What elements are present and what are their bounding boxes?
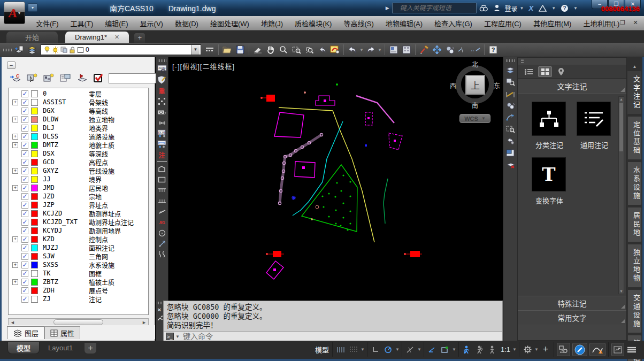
menu-item-0[interactable]: 文件(F) xyxy=(30,16,65,30)
layer-checkbox[interactable]: ✓ xyxy=(21,210,28,217)
open-file-icon[interactable] xyxy=(221,44,234,56)
copy-object-button[interactable] xyxy=(505,101,516,111)
snap-dropdown-icon[interactable]: ▼ xyxy=(451,347,457,352)
layer-color-swatch[interactable] xyxy=(31,125,38,132)
repeat-symbol-button[interactable]: 重 xyxy=(157,86,167,96)
move-icon[interactable] xyxy=(431,44,443,56)
snap-marker-button[interactable] xyxy=(439,343,451,356)
compass-south[interactable]: 南 xyxy=(472,101,478,110)
layer-checkbox[interactable]: ✓ xyxy=(21,270,28,277)
properties-palette-icon[interactable] xyxy=(387,44,400,56)
section-0[interactable]: 特殊注记 xyxy=(518,296,626,310)
layer-color-swatch[interactable] xyxy=(31,99,38,106)
layer-row-JZP[interactable]: +✓JZP界址点 xyxy=(9,201,148,209)
menu-item-12[interactable]: 其他应用(M) xyxy=(527,16,578,30)
erase-icon[interactable] xyxy=(251,44,264,56)
layer-select-button[interactable] xyxy=(26,72,39,84)
layer-checkbox[interactable]: ✓ xyxy=(21,219,28,226)
view-previous-button[interactable] xyxy=(505,136,516,146)
layer-row-SJW[interactable]: +✓SJW三角网 xyxy=(9,252,148,260)
a360-dropdown-icon[interactable]: ▼ xyxy=(551,6,556,11)
layer-color-swatch[interactable] xyxy=(31,90,38,97)
grid-view-button[interactable] xyxy=(538,66,552,77)
zoom-previous-icon[interactable] xyxy=(303,44,316,56)
command-dropdown-icon[interactable]: ▼ xyxy=(175,334,180,339)
customization-menu-button[interactable] xyxy=(625,343,638,356)
osnap-dropdown-icon[interactable]: ▼ xyxy=(417,347,422,352)
tile-icon[interactable] xyxy=(577,102,611,136)
tool-palettes-icon[interactable] xyxy=(400,44,413,56)
ortho-mode-button[interactable] xyxy=(369,343,382,356)
search-input[interactable] xyxy=(392,3,477,13)
layer-checkbox[interactable]: ✓ xyxy=(21,90,28,97)
palette-grip[interactable] xyxy=(521,59,524,64)
tab-layers[interactable]: 图层 xyxy=(7,326,44,339)
hscroll-thumb[interactable] xyxy=(53,319,103,325)
layer-check-button[interactable] xyxy=(92,72,105,84)
layer-checkbox[interactable]: ✓ xyxy=(21,262,28,268)
curve-reverse-button[interactable] xyxy=(505,112,516,122)
menu-item-6[interactable]: 地籍(J) xyxy=(255,16,289,30)
palette-tab-0[interactable]: 文字注记 xyxy=(627,71,642,114)
rectangle-tool-button[interactable] xyxy=(157,174,167,185)
layer-row-DMTZ[interactable]: +✓DMTZ地貌土质 xyxy=(9,141,148,149)
layer-row-0[interactable]: +✓0零层 xyxy=(9,89,148,98)
layer-color-swatch[interactable] xyxy=(31,193,38,200)
menu-item-11[interactable]: 工程应用(C) xyxy=(478,16,527,30)
snap-mode-button[interactable] xyxy=(334,343,347,356)
layer-color-swatch[interactable] xyxy=(31,210,38,217)
vscroll-thumb[interactable] xyxy=(619,103,623,151)
code-search-button[interactable]: code xyxy=(157,64,167,74)
layer-color-swatch[interactable] xyxy=(31,236,38,243)
pin-view-button[interactable] xyxy=(554,66,568,77)
tile-0[interactable]: 分类注记 xyxy=(532,102,567,150)
compass-top-face[interactable]: 上 xyxy=(465,75,485,95)
menu-item-7[interactable]: 质检模块(K) xyxy=(289,16,338,30)
expand-icon[interactable]: + xyxy=(12,168,18,174)
layer-color-swatch[interactable] xyxy=(31,270,38,277)
layer-color-swatch[interactable] xyxy=(31,227,38,234)
command-history[interactable]: 忽略块 GC0850 的重复定义。忽略块 GC0000 的重复定义。简码识别完毕… xyxy=(163,301,503,332)
compass-east[interactable]: 东 xyxy=(494,81,500,90)
view-back-icon[interactable] xyxy=(316,44,328,56)
layer-color-swatch[interactable] xyxy=(31,279,38,286)
point-grid-button[interactable] xyxy=(157,96,167,106)
double-rail-button[interactable] xyxy=(157,185,167,195)
layer-color-swatch[interactable] xyxy=(31,185,38,191)
palette-tab-2[interactable]: 水系设施 xyxy=(627,162,642,205)
annotation-visibility-button[interactable] xyxy=(461,343,473,356)
layer-freeze-icon[interactable] xyxy=(52,47,59,53)
undo-dropdown-icon[interactable]: ▼ xyxy=(359,48,364,52)
expand-icon[interactable]: + xyxy=(12,185,18,191)
polygon-tool-button[interactable] xyxy=(157,164,167,174)
layer-vp-icon[interactable] xyxy=(60,47,67,53)
circle-tool-button[interactable] xyxy=(157,228,167,238)
layer-lock-icon[interactable] xyxy=(69,47,75,53)
menu-item-5[interactable]: 绘图处理(W) xyxy=(204,16,255,30)
layer-tools-button[interactable] xyxy=(505,65,516,75)
elevation-label-button[interactable]: .91 xyxy=(157,217,167,227)
match-properties-icon[interactable] xyxy=(418,44,431,56)
layer-row-SXSS[interactable]: +✓SXSS水系设施 xyxy=(9,260,148,269)
zoom-icon[interactable] xyxy=(277,44,290,56)
a360-icon[interactable] xyxy=(539,5,547,12)
layer-row-ZBTZ[interactable]: +✓ZBTZ植被土质 xyxy=(9,278,148,286)
layer-color-swatch[interactable] xyxy=(31,167,38,174)
layer-row-DLDW[interactable]: +✓DLDW独立地物 xyxy=(9,115,148,124)
layer-color-swatch[interactable] xyxy=(31,176,38,183)
search-binoculars-icon[interactable] xyxy=(479,4,488,12)
layer-checkbox[interactable]: ✓ xyxy=(21,236,28,243)
expand-icon[interactable]: + xyxy=(12,117,18,122)
layer-checkbox[interactable]: ✓ xyxy=(21,107,28,114)
break-at-point-icon[interactable] xyxy=(456,44,469,56)
layer-color-swatch[interactable] xyxy=(31,142,38,149)
layer-row-KCJZD[interactable]: +✓KCJZD勘测界址点 xyxy=(9,209,148,218)
isolate-objects-button[interactable] xyxy=(557,343,570,356)
layer-checkbox[interactable]: ✓ xyxy=(21,227,28,234)
doc-restore-button[interactable]: ❐ xyxy=(618,19,627,26)
layer-checkbox[interactable]: ✓ xyxy=(21,176,28,183)
layer-checkbox[interactable]: ✓ xyxy=(21,185,28,191)
layers-icon[interactable] xyxy=(26,44,39,56)
layer-checkbox[interactable]: ✓ xyxy=(21,125,28,132)
layer-color-swatch[interactable] xyxy=(31,150,38,157)
